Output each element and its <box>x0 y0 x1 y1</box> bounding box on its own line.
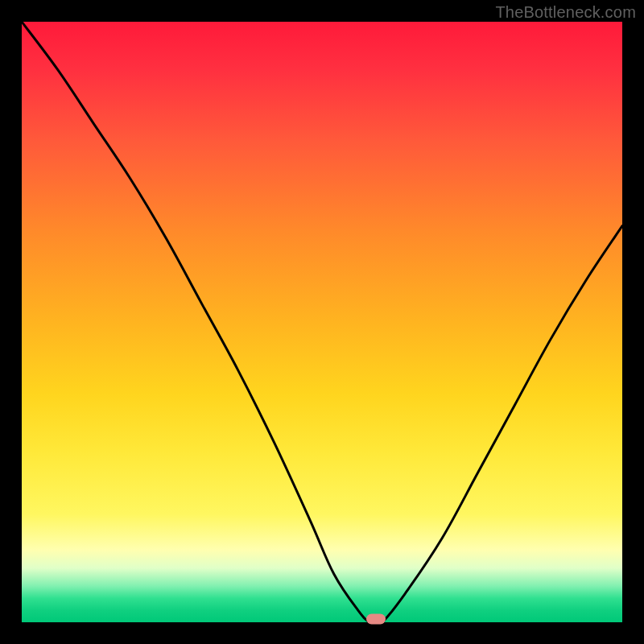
optimum-marker <box>366 614 386 625</box>
plot-area <box>22 22 622 622</box>
chart-frame: TheBottleneck.com <box>0 0 644 644</box>
attribution-label: TheBottleneck.com <box>495 3 636 22</box>
bottleneck-curve <box>22 22 622 622</box>
